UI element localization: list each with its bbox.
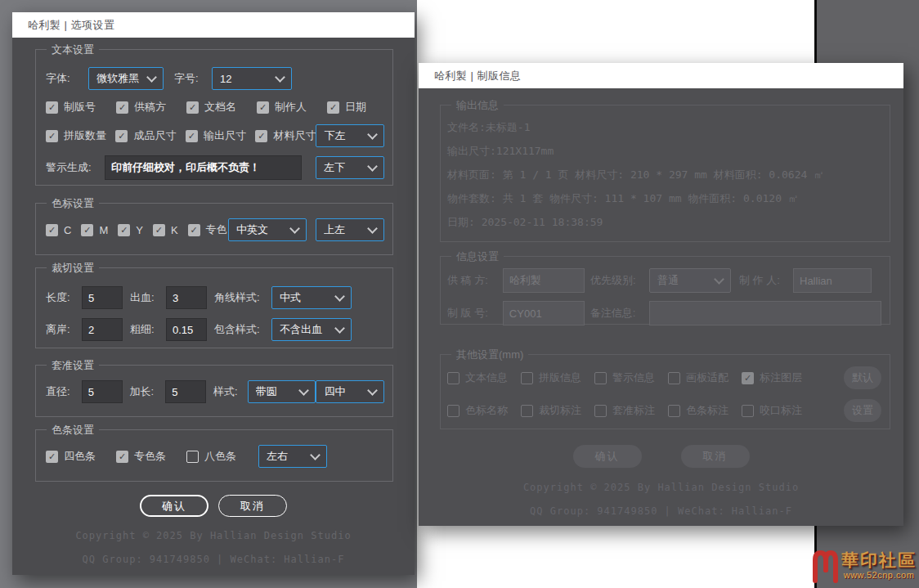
checkbox-artboard-fit[interactable]: 画板适配 <box>668 370 742 385</box>
chevron-down-icon <box>146 72 157 83</box>
checkbox-icon <box>668 405 680 417</box>
register-position-select[interactable]: 四中 <box>316 380 384 403</box>
checkbox-icon <box>327 101 339 114</box>
supplier-input[interactable]: 哈利製 <box>503 268 585 293</box>
bleed-input[interactable]: 3 <box>166 286 207 309</box>
note-input[interactable] <box>649 301 881 325</box>
checkbox-icon <box>447 405 460 417</box>
dialog-title-bar[interactable]: 哈利製 | 选项设置 <box>12 12 415 38</box>
checkbox-icon <box>594 372 607 384</box>
checkbox-finished-size[interactable]: 成品尺寸 <box>115 128 185 143</box>
checkbox-output-size[interactable]: 输出尺寸 <box>186 128 255 143</box>
checkbox-register-mark[interactable]: 套准标注 <box>594 403 668 418</box>
chevron-down-icon <box>367 129 378 140</box>
output-size-line: 输出尺寸:121X117mm <box>447 139 881 163</box>
plate-no-input[interactable]: CY001 <box>503 301 585 325</box>
checkbox-icon <box>521 405 533 417</box>
font-size-label: 字号: <box>174 71 212 86</box>
checkbox-colorbar-mark[interactable]: 色条标注 <box>668 403 742 418</box>
checkbox-text-info[interactable]: 文本信息 <box>447 370 521 385</box>
extend-input[interactable]: 5 <box>165 380 206 403</box>
checkbox-gripper-mark[interactable]: 咬口标注 <box>742 403 802 418</box>
checkbox-material-size[interactable]: 材料尺寸 <box>255 128 316 143</box>
font-label: 字体: <box>46 71 88 86</box>
checkbox-crop-mark[interactable]: 裁切标注 <box>521 403 594 418</box>
checkbox-icon <box>118 224 130 236</box>
chevron-down-icon <box>275 72 285 83</box>
copyright-text: Copyright © 2025 By Hallian Design Studi… <box>12 527 415 545</box>
checkbox-icon <box>115 130 128 142</box>
default-button[interactable]: 默认 <box>844 366 881 389</box>
maker-input[interactable]: Hallian <box>793 268 872 293</box>
register-style-select[interactable]: 带圆 <box>248 380 316 403</box>
plate-info-dialog: 哈利製 | 制版信息 输出信息 文件名:未标题-1 输出尺寸:121X117mm… <box>419 63 903 526</box>
checkbox-warning-info[interactable]: 警示信息 <box>594 370 668 385</box>
colorbar-position-select[interactable]: 左右 <box>258 445 327 468</box>
contact-text: QQ Group: 941749850 | WeChat: Hallian-F <box>12 550 415 568</box>
checkbox-cyan[interactable]: C <box>46 224 71 236</box>
text-position-select[interactable]: 下左 <box>316 124 384 147</box>
checkbox-black[interactable]: K <box>153 224 178 236</box>
date-line: 日期: 2025-02-11 18:38:59 <box>447 210 881 234</box>
font-select[interactable]: 微软雅黑 <box>88 67 164 90</box>
checkbox-date[interactable]: 日期 <box>327 100 366 114</box>
checkbox-eight-color-bar[interactable]: 八色条 <box>186 449 257 464</box>
cancel-button[interactable]: 取消 <box>218 495 287 517</box>
warning-position-select[interactable]: 左下 <box>316 156 384 179</box>
checkbox-yellow[interactable]: Y <box>118 224 143 236</box>
register-style-label: 样式: <box>213 384 248 399</box>
group-legend: 其他设置(mm) <box>451 348 528 362</box>
checkbox-annotation-layer[interactable]: 标注图层 <box>742 370 802 385</box>
length-input[interactable]: 5 <box>82 286 123 309</box>
object-set-line: 物件套数: 共 1 套 物件尺寸: 111 * 107 mm 物件面积: 0.0… <box>447 186 881 210</box>
dialog-title-bar[interactable]: 哈利製 | 制版信息 <box>419 63 903 88</box>
chevron-down-icon <box>367 385 378 396</box>
diameter-input[interactable]: 5 <box>82 380 123 403</box>
group-legend: 信息设置 <box>451 249 504 264</box>
include-style-select[interactable]: 不含出血 <box>271 318 352 341</box>
corner-style-select[interactable]: 中式 <box>271 286 352 309</box>
cancel-button[interactable]: 取消 <box>681 445 750 468</box>
colormark-lang-select[interactable]: 中英文 <box>228 218 307 241</box>
checkbox-magenta[interactable]: M <box>81 224 108 236</box>
checkbox-icon <box>594 405 607 417</box>
confirm-button[interactable]: 确认 <box>573 445 642 468</box>
colormark-position-select[interactable]: 上左 <box>316 218 384 241</box>
checkbox-icon <box>521 372 533 384</box>
chevron-down-icon <box>714 274 724 285</box>
checkbox-icon <box>116 451 128 463</box>
copyright-text: Copyright © 2025 By Hallian Design Studi… <box>419 476 903 500</box>
settings-button[interactable]: 设置 <box>844 399 881 422</box>
checkbox-four-color-bar[interactable]: 四色条 <box>46 449 116 464</box>
group-legend: 色标设置 <box>47 196 99 211</box>
text-settings-group: 文本设置 字体: 微软雅黑 字号: 12 制版号 供稿方 文档名 <box>35 49 393 186</box>
forum-name: 華印社區 <box>841 551 917 568</box>
group-legend: 色条设置 <box>47 423 99 438</box>
chevron-down-icon <box>310 450 321 460</box>
checkbox-icon <box>742 372 754 384</box>
checkbox-imposition-info[interactable]: 拼版信息 <box>521 370 594 385</box>
offset-label: 离岸: <box>46 322 82 337</box>
checkbox-colormark-name[interactable]: 色标名称 <box>447 403 521 418</box>
chevron-down-icon <box>289 223 300 234</box>
checkbox-icon <box>186 130 198 142</box>
checkbox-doc-name[interactable]: 文档名 <box>186 100 257 114</box>
offset-input[interactable]: 2 <box>82 318 123 341</box>
weight-input[interactable]: 0.15 <box>166 318 207 341</box>
checkbox-spot-color-bar[interactable]: 专色条 <box>116 449 186 464</box>
checkbox-spot-color[interactable]: 专色 <box>188 222 227 237</box>
checkbox-imposition-count[interactable]: 拼版数量 <box>46 128 115 143</box>
checkbox-plate-no[interactable]: 制版号 <box>46 100 116 114</box>
dialog-title: 哈利製 | 选项设置 <box>28 18 115 33</box>
font-size-select[interactable]: 12 <box>212 67 292 90</box>
diameter-label: 直径: <box>46 384 82 399</box>
confirm-button[interactable]: 确认 <box>140 495 208 517</box>
checkbox-icon <box>447 372 460 384</box>
checkbox-maker[interactable]: 制作人 <box>257 100 327 114</box>
checkbox-icon <box>257 101 269 114</box>
bleed-label: 出血: <box>130 290 166 305</box>
priority-select[interactable]: 普通 <box>649 268 731 293</box>
warning-text-input[interactable]: 印前仔细校对，印后概不负责！ <box>105 155 302 180</box>
checkbox-icon <box>46 224 58 236</box>
checkbox-supplier[interactable]: 供稿方 <box>116 100 186 114</box>
